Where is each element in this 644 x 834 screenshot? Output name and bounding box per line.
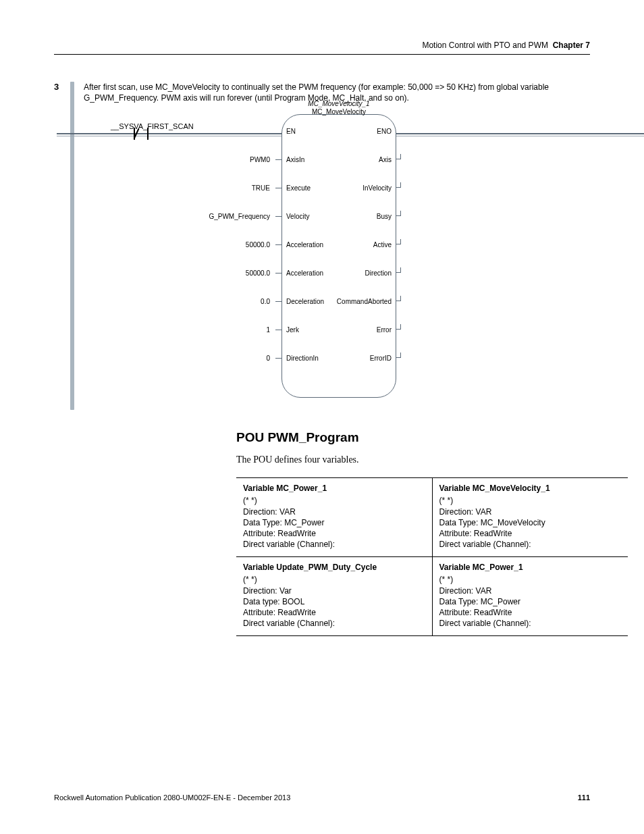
variable-line: Direct variable (Channel): bbox=[439, 618, 622, 629]
header-chapter: Chapter 7 bbox=[550, 41, 590, 50]
header-rule bbox=[54, 54, 590, 55]
page-number: 111 bbox=[578, 793, 590, 802]
variable-cell: Variable MC_MoveVelocity_1(* *)Direction… bbox=[432, 478, 628, 557]
variable-line: Attribute: ReadWrite bbox=[439, 607, 622, 618]
variable-line: Direction: VAR bbox=[243, 506, 425, 517]
fb-output-port: Busy bbox=[377, 213, 392, 220]
variable-line: Data type: BOOL bbox=[243, 596, 425, 607]
fb-input-value: 1 bbox=[266, 326, 270, 334]
fb-input-port: Velocity bbox=[286, 213, 309, 220]
fb-type-name: MC_MoveVelocity bbox=[308, 108, 369, 116]
fb-input-port: Execute bbox=[286, 184, 311, 192]
variables-table: Variable MC_Power_1(* *)Direction: VARDa… bbox=[236, 477, 628, 636]
fb-instance-name: MC_MoveVelocity_1 bbox=[308, 100, 369, 108]
contact-label: __SYSVA_FIRST_SCAN bbox=[111, 122, 194, 130]
fb-pin-tick bbox=[275, 216, 282, 217]
variable-line: (* *) bbox=[243, 574, 425, 585]
fb-input-port: AxisIn bbox=[286, 156, 304, 163]
fb-output-elbow bbox=[396, 324, 401, 330]
variable-line: (* *) bbox=[439, 574, 622, 585]
section-intro: The POU defines four variables. bbox=[236, 454, 590, 465]
fb-input-port: EN bbox=[286, 128, 296, 135]
fb-output-port: Axis bbox=[379, 156, 392, 163]
function-block: MC_MoveVelocity_1 MC_MoveVelocity ENAxis… bbox=[281, 114, 396, 398]
variable-line: Data Type: MC_Power bbox=[243, 517, 425, 528]
ladder-diagram: __SYSVA_FIRST_SCAN MC_MoveVelocity_1 MC_… bbox=[84, 113, 590, 410]
variable-cell: Variable MC_Power_1(* *)Direction: VARDa… bbox=[432, 557, 628, 636]
ladder-link bbox=[161, 133, 281, 134]
fb-output-elbow bbox=[396, 211, 401, 216]
variable-line: Attribute: ReadWrite bbox=[439, 528, 622, 539]
fb-input-port: Acceleration bbox=[286, 241, 323, 249]
step-block: 3 After first scan, use MC_MoveVelocity … bbox=[54, 82, 590, 410]
fb-input-value: TRUE bbox=[252, 184, 270, 192]
fb-input-port: Jerk bbox=[286, 326, 299, 334]
nc-contact: __SYSVA_FIRST_SCAN bbox=[111, 122, 194, 130]
variable-line: Attribute: ReadWrite bbox=[243, 528, 425, 539]
fb-input-value: 0.0 bbox=[261, 298, 270, 305]
variable-name: Variable MC_Power_1 bbox=[439, 563, 622, 572]
variable-cell: Variable Update_PWM_Duty_Cycle(* *)Direc… bbox=[236, 557, 432, 636]
running-header: Motion Control with PTO and PWM Chapter … bbox=[54, 41, 590, 50]
variable-line: Direct variable (Channel): bbox=[439, 539, 622, 550]
fb-input-value: 50000.0 bbox=[246, 241, 270, 249]
fb-output-port: Active bbox=[373, 241, 392, 249]
variable-line: Attribute: ReadWrite bbox=[243, 607, 425, 618]
fb-input-port: DirectionIn bbox=[286, 355, 319, 362]
header-text: Motion Control with PTO and PWM bbox=[422, 41, 548, 50]
fb-pin-tick bbox=[275, 358, 282, 359]
fb-output-elbow bbox=[396, 267, 401, 273]
fb-input-port: Acceleration bbox=[286, 269, 323, 277]
fb-output-port: CommandAborted bbox=[337, 298, 392, 305]
ladder-link-out bbox=[396, 133, 644, 134]
fb-pin-tick bbox=[275, 330, 282, 330]
fb-output-port: InVelocity bbox=[363, 184, 392, 192]
fb-input-value: PWM0 bbox=[250, 156, 270, 163]
variable-line: Direction: VAR bbox=[439, 585, 622, 596]
fb-pin-tick bbox=[275, 188, 282, 188]
fb-pin-tick bbox=[275, 301, 282, 302]
section-heading: POU PWM_Program bbox=[236, 430, 590, 445]
variable-name: Variable MC_MoveVelocity_1 bbox=[439, 484, 622, 493]
variable-line: (* *) bbox=[243, 495, 425, 506]
fb-output-port: ENO bbox=[377, 128, 392, 135]
variable-line: (* *) bbox=[439, 495, 622, 506]
fb-input-port: Deceleration bbox=[286, 298, 324, 305]
fb-pin-tick bbox=[275, 273, 282, 273]
variable-line: Direct variable (Channel): bbox=[243, 539, 425, 550]
fb-output-port: Direction bbox=[365, 269, 392, 277]
variable-line: Direct variable (Channel): bbox=[243, 618, 425, 629]
fb-output-port: Error bbox=[377, 326, 392, 334]
fb-input-value: 0 bbox=[266, 355, 270, 362]
step-number: 3 bbox=[54, 82, 70, 92]
variable-line: Direction: VAR bbox=[439, 506, 622, 517]
fb-output-elbow bbox=[396, 353, 401, 358]
variable-name: Variable MC_Power_1 bbox=[243, 484, 425, 493]
variable-line: Data Type: MC_Power bbox=[439, 596, 622, 607]
fb-output-port: ErrorID bbox=[370, 355, 392, 362]
fb-pin-tick bbox=[275, 159, 282, 160]
variable-name: Variable Update_PWM_Duty_Cycle bbox=[243, 563, 425, 572]
fb-output-elbow bbox=[396, 154, 401, 159]
fb-output-elbow bbox=[396, 296, 401, 301]
page-footer: Rockwell Automation Publication 2080-UM0… bbox=[54, 793, 590, 802]
contact-bar bbox=[147, 128, 149, 140]
fb-output-elbow bbox=[396, 239, 401, 244]
publication-id: Rockwell Automation Publication 2080-UM0… bbox=[54, 793, 290, 802]
fb-input-value: 50000.0 bbox=[246, 269, 270, 277]
step-accent-bar bbox=[70, 82, 74, 410]
fb-pin-tick bbox=[275, 244, 282, 245]
fb-output-elbow bbox=[396, 182, 401, 188]
variable-line: Data Type: MC_MoveVelocity bbox=[439, 517, 622, 528]
fb-input-value: G_PWM_Frequency bbox=[209, 213, 270, 220]
fb-title: MC_MoveVelocity_1 MC_MoveVelocity bbox=[308, 100, 369, 115]
variable-line: Direction: Var bbox=[243, 585, 425, 596]
variable-cell: Variable MC_Power_1(* *)Direction: VARDa… bbox=[236, 478, 432, 557]
